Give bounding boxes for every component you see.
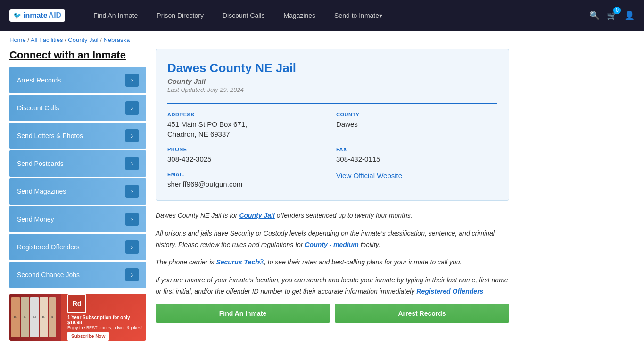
desc-para2: All prisons and jails have Security or C… [156, 228, 509, 251]
sidebar-item-label: Second Chance Jobs [17, 271, 80, 279]
desc-para3-after: , to see their rates and best-calling pl… [264, 258, 462, 266]
ad-subscribe-button[interactable]: Subscribe Now [67, 332, 109, 341]
nav-links: Find An Inmate Prison Directory Discount… [84, 0, 589, 31]
phone-group: PHONE 308-432-3025 [167, 147, 329, 164]
nav-icons: 🔍 🛒 0 👤 [589, 10, 635, 21]
sidebar-arrow-icon: › [125, 240, 139, 254]
user-icon[interactable]: 👤 [624, 10, 635, 21]
breadcrumb-nebraska[interactable]: Nebraska [103, 36, 130, 43]
desc-para4: If you are unsure of your inmate’s locat… [156, 275, 509, 297]
description: Dawes County NE Jail is for County Jail … [156, 210, 509, 323]
county-group: COUNTY Dawes [336, 112, 497, 139]
sidebar-arrow-icon: › [125, 157, 139, 170]
county-medium-link[interactable]: County - medium [305, 241, 358, 248]
address-group: ADDRESS 451 Main St PO Box 671, Chadron,… [167, 112, 329, 139]
email-label: EMAIL [167, 172, 329, 177]
desc-para3: The phone carrier is Securus Tech®, to s… [156, 257, 509, 268]
phone-label: PHONE [167, 147, 329, 152]
sidebar-item-label: Send Letters & Photos [17, 132, 83, 140]
view-official-website-link[interactable]: View Official Website [336, 172, 402, 180]
navbar: 🐦 inmate AID Find An Inmate Prison Direc… [0, 0, 644, 31]
arrest-records-button[interactable]: Arrest Records [335, 304, 509, 323]
nav-find-inmate[interactable]: Find An Inmate [84, 0, 147, 31]
breadcrumb-county-jail[interactable]: County Jail [68, 36, 98, 43]
facility-type: County Jail [167, 77, 497, 85]
address-line1: 451 Main St PO Box 671, [167, 120, 247, 128]
desc-para1: Dawes County NE Jail is for County Jail … [156, 210, 509, 222]
county-label: COUNTY [336, 112, 497, 117]
nav-discount-calls[interactable]: Discount Calls [213, 0, 274, 31]
securus-tech-link[interactable]: Securus Tech® [216, 258, 264, 266]
breadcrumb-all-facilities[interactable]: All Facilities [31, 36, 63, 43]
logo-bird-icon: 🐦 [13, 12, 21, 19]
logo[interactable]: 🐦 inmate AID [9, 9, 65, 22]
desc-para2-after: facility. [359, 241, 380, 248]
sidebar-item-label: Send Money [17, 215, 54, 223]
ad-subtitle: Enjoy the BEST stories, advice & jokes! [67, 325, 142, 330]
sidebar-item-registered-offenders[interactable]: Registered Offenders › [9, 234, 146, 260]
sidebar-arrow-icon: › [125, 185, 139, 198]
desc-para1-before: Dawes County NE Jail is for [156, 212, 239, 219]
fax-label: FAX [336, 147, 497, 152]
search-icon[interactable]: 🔍 [589, 10, 600, 21]
sidebar-arrow-icon: › [125, 74, 139, 87]
sidebar-ad: Rd Rd Rd Rd R Rd 1 Year Subscription for… [9, 294, 146, 341]
website-group: View Official Website [336, 172, 497, 189]
sidebar-item-label: Discount Calls [17, 104, 59, 112]
address-value: 451 Main St PO Box 671, Chadron, NE 6933… [167, 119, 329, 139]
find-inmate-button[interactable]: Find An Inmate [156, 304, 330, 323]
nav-prison-directory[interactable]: Prison Directory [147, 0, 213, 31]
sidebar-item-label: Registered Offenders [17, 243, 80, 251]
ad-logo: Rd [67, 294, 86, 313]
sidebar-arrow-icon: › [125, 268, 139, 281]
registered-offenders-link[interactable]: Registered Offenders [416, 288, 483, 295]
ad-title: 1 Year Subscription for only $19.98 [67, 315, 142, 325]
sidebar-item-send-postcards[interactable]: Send Postcards › [9, 150, 146, 177]
sidebar-item-label: Send Postcards [17, 160, 64, 167]
cart-icon[interactable]: 🛒 0 [607, 10, 617, 21]
facility-details: ADDRESS 451 Main St PO Box 671, Chadron,… [167, 103, 497, 189]
nav-send-to-inmate[interactable]: Send to Inmate [325, 0, 392, 31]
sidebar-title: Connect with an Inmate [9, 49, 146, 61]
facility-updated: Last Updated: July 29, 2024 [167, 86, 497, 93]
facility-name: Dawes County NE Jail [167, 61, 497, 75]
sidebar-arrow-icon: › [125, 101, 139, 115]
sidebar-arrow-icon: › [125, 213, 139, 226]
desc-para1-after: offenders sentenced up to twenty four mo… [275, 212, 413, 219]
sidebar: Connect with an Inmate Arrest Records › … [9, 49, 146, 341]
sidebar-item-send-magazines[interactable]: Send Magazines › [9, 178, 146, 205]
action-buttons: Find An Inmate Arrest Records [156, 304, 509, 323]
sidebar-menu: Arrest Records › Discount Calls › Send L… [9, 67, 146, 288]
ad-text: 1 Year Subscription for only $19.98 Enjo… [67, 315, 142, 341]
phone-value: 308-432-3025 [167, 154, 329, 164]
county-jail-link[interactable]: County Jail [239, 212, 274, 219]
sidebar-item-arrest-records[interactable]: Arrest Records › [9, 67, 146, 93]
sidebar-item-send-letters[interactable]: Send Letters & Photos › [9, 123, 146, 149]
sidebar-arrow-icon: › [125, 129, 139, 142]
sidebar-item-label: Arrest Records [17, 76, 61, 84]
county-value: Dawes [336, 119, 497, 129]
sidebar-item-send-money[interactable]: Send Money › [9, 206, 146, 232]
logo-inmate-text: inmate [23, 11, 48, 20]
email-group: EMAIL sheriff969@outgun.com [167, 172, 329, 189]
breadcrumb-home[interactable]: Home [9, 36, 26, 43]
sidebar-item-discount-calls[interactable]: Discount Calls › [9, 95, 146, 121]
logo-aid-text: AID [49, 11, 62, 20]
facility-card: Dawes County NE Jail County Jail Last Up… [156, 49, 509, 201]
content: Dawes County NE Jail County Jail Last Up… [156, 49, 509, 341]
address-line2: Chadron, NE 69337 [167, 130, 230, 138]
address-label: ADDRESS [167, 112, 329, 117]
sidebar-item-label: Send Magazines [17, 188, 66, 195]
fax-value: 308-432-0115 [336, 154, 497, 164]
desc-para3-before: The phone carrier is [156, 258, 216, 266]
fax-group: FAX 308-432-0115 [336, 147, 497, 164]
nav-magazines[interactable]: Magazines [274, 0, 325, 31]
cart-badge: 0 [613, 7, 621, 14]
sidebar-item-second-chance-jobs[interactable]: Second Chance Jobs › [9, 262, 146, 288]
main-container: Connect with an Inmate Arrest Records › … [0, 49, 519, 350]
breadcrumb: Home / All Facilities / County Jail / Ne… [0, 31, 644, 49]
email-value: sheriff969@outgun.com [167, 179, 329, 189]
